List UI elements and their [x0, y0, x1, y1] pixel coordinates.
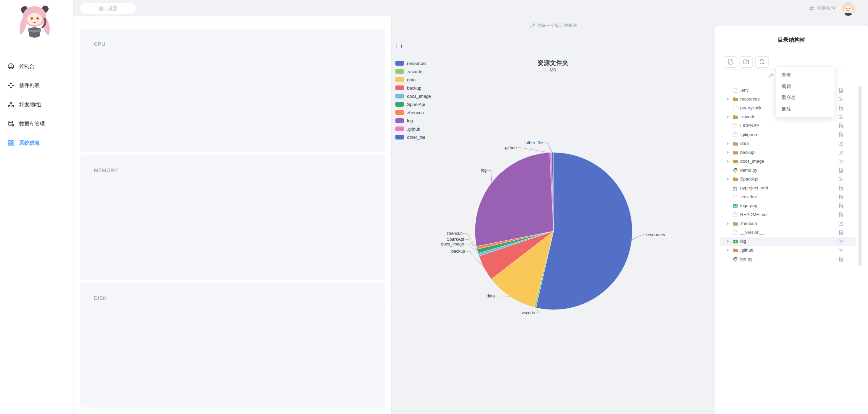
folder-icon: [733, 176, 738, 182]
copy-icon[interactable]: [838, 248, 844, 253]
sidebar-item-database[interactable]: 数据库管理: [0, 114, 73, 133]
tree-node-label: .env.dev: [740, 194, 757, 199]
pie-label: SparkApi: [447, 237, 464, 242]
magic-wand-icon: [768, 72, 774, 78]
copy-icon[interactable]: [838, 105, 844, 111]
expand-caret-icon[interactable]: [727, 98, 729, 101]
tree-row-docs_image[interactable]: docs_image: [715, 157, 868, 166]
port-settings-button[interactable]: 端口设置: [80, 3, 136, 14]
copy-icon[interactable]: [838, 168, 844, 173]
switch-account-icon: ⇄: [809, 5, 814, 12]
pie-label-line: [517, 148, 551, 153]
magic-wand-icon: [530, 23, 535, 29]
tree-row-logo.png[interactable]: logo.png: [715, 201, 868, 210]
file-icon: [733, 105, 738, 111]
context-menu-item-3[interactable]: 重命名: [776, 92, 835, 103]
expand-caret-icon[interactable]: [727, 240, 729, 243]
tree-row-data[interactable]: data: [715, 139, 868, 148]
pie-label: .vscode: [520, 310, 535, 315]
expand-caret-icon[interactable]: [727, 178, 729, 181]
topbar: 端口设置 ⇄ 切换账号: [73, 0, 868, 16]
pie-label: zhenxun: [447, 231, 463, 236]
user-avatar[interactable]: [841, 1, 856, 16]
expand-caret-icon[interactable]: [727, 116, 729, 118]
copy-icon[interactable]: [838, 159, 844, 164]
tree-row-log[interactable]: log: [715, 237, 868, 246]
sidebar-item-plugins[interactable]: 插件列表: [0, 76, 73, 95]
sidebar-item-friends[interactable]: 好友/群组: [0, 95, 73, 114]
breadcrumb: / /: [396, 44, 402, 49]
copy-icon[interactable]: [838, 212, 844, 217]
pie-label: backup: [451, 249, 465, 254]
tree-row-bot.py[interactable]: bot.py: [715, 255, 868, 264]
tree-row-.env.dev[interactable]: .env.dev: [715, 192, 868, 201]
copy-icon[interactable]: [838, 123, 844, 129]
tree-node-label: zhenxun: [740, 221, 757, 226]
tree-node-label: .vscode: [740, 114, 756, 119]
copy-icon[interactable]: [838, 194, 844, 200]
tree-row-.gitignore[interactable]: .gitignore: [715, 130, 868, 139]
copy-icon[interactable]: [838, 141, 844, 146]
sidebar-item-console[interactable]: 控制台: [0, 57, 73, 76]
expand-caret-icon[interactable]: [727, 142, 729, 145]
new-file-button[interactable]: [724, 56, 737, 68]
tree-scrollbar[interactable]: [858, 86, 862, 266]
context-menu-item-4[interactable]: 删除: [776, 103, 835, 115]
copy-icon[interactable]: [838, 96, 844, 102]
sidebar-item-system[interactable]: 系统信息: [0, 133, 73, 152]
copy-icon[interactable]: [838, 176, 844, 182]
pie-slice-log[interactable]: [475, 152, 554, 246]
python-icon: [733, 168, 738, 173]
sidebar-nav: 控制台插件列表好友/群组数据库管理系统信息: [0, 57, 73, 152]
folder-icon: [733, 150, 738, 155]
tree-node-label: .gitignore: [740, 132, 758, 137]
tree-node-label: docs_image: [740, 159, 764, 164]
pie-label-line: [544, 143, 553, 153]
file-icon: [733, 212, 738, 217]
file-icon: [733, 88, 738, 93]
tree-row-demo.py[interactable]: demo.py: [715, 166, 868, 175]
new-folder-button[interactable]: [740, 56, 753, 68]
pie-label: data: [487, 294, 495, 298]
tree-row-backup[interactable]: backup: [715, 148, 868, 157]
expand-caret-icon[interactable]: [727, 151, 729, 154]
tree-node-label: backup: [740, 150, 755, 155]
pie-label: log: [481, 168, 487, 173]
pie-label-line: [632, 235, 646, 240]
tree-node-label: bot.py: [740, 256, 752, 262]
tree-row-pyproject.toml[interactable]: [T]pyproject.toml: [715, 184, 868, 192]
tree-row-LICENSE[interactable]: LICENSE: [715, 121, 868, 130]
tree-row-README.md[interactable]: README.md: [715, 210, 868, 219]
expand-caret-icon[interactable]: [727, 160, 729, 163]
copy-icon[interactable]: [838, 203, 844, 209]
context-menu-item-1[interactable]: 查看: [776, 69, 835, 81]
sidebar-item-label: 好友/群组: [19, 102, 41, 108]
copy-icon[interactable]: [838, 230, 844, 235]
card-title: DISK: [80, 283, 385, 301]
refresh-icon: [759, 58, 765, 66]
copy-icon[interactable]: [838, 185, 844, 191]
tree-row-zhenxun[interactable]: zhenxun: [715, 219, 868, 228]
context-menu-item-2[interactable]: 编辑: [776, 81, 835, 92]
tree-node-label: poetry.lock: [740, 105, 761, 110]
copy-icon[interactable]: [838, 132, 844, 137]
tree-node-label: README.md: [740, 212, 767, 217]
copy-icon[interactable]: [838, 114, 844, 120]
copy-icon[interactable]: [838, 221, 844, 226]
tree-node-label: .github: [740, 248, 754, 253]
refresh-button[interactable]: [755, 56, 769, 68]
copy-icon[interactable]: [838, 239, 844, 244]
tree-row-.github[interactable]: .github: [715, 246, 868, 255]
tree-row-__version__[interactable]: __version__: [715, 228, 868, 237]
copy-icon[interactable]: [838, 150, 844, 155]
tree-row-SparkApi[interactable]: SparkApi: [715, 175, 868, 184]
tree-node-label: demo.py: [740, 168, 757, 173]
expand-caret-icon[interactable]: [727, 222, 729, 225]
card-header-divider: [80, 307, 385, 307]
switch-account-button[interactable]: 切换账号: [817, 5, 836, 11]
chibi-mascot-illustration: [13, 3, 57, 42]
breadcrumb-root-link[interactable]: /: [396, 44, 397, 49]
copy-icon[interactable]: [838, 256, 844, 262]
expand-caret-icon[interactable]: [727, 249, 729, 252]
copy-icon[interactable]: [838, 88, 844, 93]
